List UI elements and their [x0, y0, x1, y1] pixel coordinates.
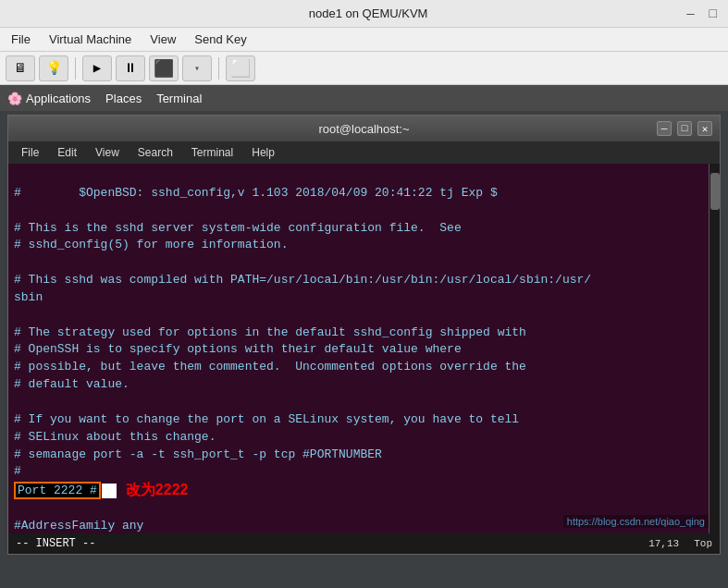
line-4: # sshd_config(5) for more information. — [14, 238, 288, 251]
inner-menu-terminal[interactable]: Terminal — [184, 144, 241, 161]
inner-close-button[interactable]: ✕ — [697, 121, 712, 136]
outer-menubar: File Virtual Machine View Send Key — [0, 28, 728, 52]
line-3: # This is the sshd server system-wide co… — [14, 221, 462, 235]
status-right: 17,13 Top — [648, 538, 712, 549]
outer-window-controls[interactable]: — □ — [683, 6, 721, 21]
menu-file[interactable]: File — [4, 31, 38, 48]
port-value: Port 2222 # — [14, 482, 101, 499]
line-blank-2 — [14, 255, 21, 269]
appbar: 🌸 Applications Places Terminal — [0, 85, 728, 111]
line-blank-4 — [14, 395, 21, 409]
menu-send-key[interactable]: Send Key — [187, 31, 253, 48]
minimize-button[interactable]: — — [683, 6, 697, 21]
terminal-window: root@localhost:~ — □ ✕ File Edit View Se… — [7, 115, 721, 555]
line-addr-family: #AddressFamily any — [14, 519, 143, 533]
watermark: https://blog.csdn.net/qiao_qing — [563, 515, 709, 528]
line-blank-3 — [14, 308, 21, 322]
line-9: # The strategy used for options in the d… — [14, 325, 526, 339]
inner-menu-file[interactable]: File — [14, 144, 46, 161]
line-12: # default value. — [14, 377, 130, 391]
terminal-menu[interactable]: Terminal — [156, 92, 202, 105]
toolbar-separator-2 — [218, 57, 219, 80]
line-16: # semanage port -a -t ssh_port_t -p tcp … — [14, 447, 382, 461]
inner-window-title: root@localhost:~ — [71, 122, 657, 136]
line-14: # If you want to change the port on a SE… — [14, 412, 519, 426]
toolbar-separator-1 — [75, 57, 76, 80]
cursor-position: 17,13 — [648, 538, 679, 549]
inner-titlebar: root@localhost:~ — □ ✕ — [8, 116, 720, 141]
toolbar: 🖥 💡 ▶ ⏸ ⬛ ▾ ⬜ — [0, 52, 728, 85]
terminal-content-area: # $OpenBSD: sshd_config,v 1.103 2018/04/… — [8, 164, 720, 533]
inner-menu-edit[interactable]: Edit — [50, 144, 84, 161]
inner-minimize-button[interactable]: — — [657, 121, 672, 136]
usb-button[interactable]: ⬜ — [226, 55, 255, 81]
applications-icon: 🌸 — [7, 92, 22, 105]
applications-menu[interactable]: 🌸 Applications — [7, 92, 91, 105]
line-1: # $OpenBSD: sshd_config,v 1.103 2018/04/… — [14, 186, 498, 200]
outer-window-title: node1 on QEMU/KVM — [54, 6, 683, 20]
inner-menubar: File Edit View Search Terminal Help — [8, 141, 720, 164]
maximize-button[interactable]: □ — [706, 6, 721, 21]
line-blank-1 — [14, 203, 21, 217]
terminal-text-block: # $OpenBSD: sshd_config,v 1.103 2018/04/… — [14, 167, 703, 481]
inner-menu-help[interactable]: Help — [244, 144, 282, 161]
menu-view[interactable]: View — [142, 31, 183, 48]
terminal-label[interactable]: Terminal — [156, 92, 202, 105]
line-10: # OpenSSH is to specify options with the… — [14, 342, 462, 356]
places-menu[interactable]: Places — [105, 92, 142, 105]
line-7: sbin — [14, 290, 43, 304]
inner-restore-button[interactable]: □ — [677, 121, 692, 136]
play-button[interactable]: ▶ — [82, 55, 112, 81]
cursor-block — [102, 484, 117, 498]
line-15: # SELinux about this change. — [14, 430, 216, 444]
pause-button[interactable]: ⏸ — [116, 55, 145, 81]
scrollbar-thumb[interactable] — [710, 173, 720, 210]
outer-titlebar: node1 on QEMU/KVM — □ — [0, 0, 728, 28]
terminal-content[interactable]: # $OpenBSD: sshd_config,v 1.103 2018/04/… — [8, 164, 709, 533]
insert-mode-indicator: -- INSERT -- — [16, 537, 95, 550]
monitor-button[interactable]: 🖥 — [6, 55, 35, 81]
inner-menu-view[interactable]: View — [88, 144, 127, 161]
status-bar: -- INSERT -- 17,13 Top — [8, 533, 720, 554]
bulb-button[interactable]: 💡 — [39, 55, 68, 81]
port-line: Port 2222 # 改为2222 — [14, 481, 703, 500]
line-6: # This sshd was compiled with PATH=/usr/… — [14, 273, 591, 287]
screenshot-button[interactable]: ⬛ — [149, 55, 179, 81]
inner-window-controls[interactable]: — □ ✕ — [657, 121, 712, 136]
line-11: # possible, but leave them commented. Un… — [14, 360, 526, 374]
scrollbar[interactable] — [709, 164, 720, 533]
scroll-position: Top — [694, 538, 712, 549]
dropdown-button[interactable]: ▾ — [182, 55, 212, 81]
applications-label[interactable]: Applications — [26, 92, 91, 105]
menu-virtual-machine[interactable]: Virtual Machine — [42, 31, 139, 48]
places-label[interactable]: Places — [105, 92, 142, 105]
annotation-text: 改为2222 — [126, 481, 189, 500]
line-17: # — [14, 464, 21, 478]
inner-menu-search[interactable]: Search — [130, 144, 180, 161]
